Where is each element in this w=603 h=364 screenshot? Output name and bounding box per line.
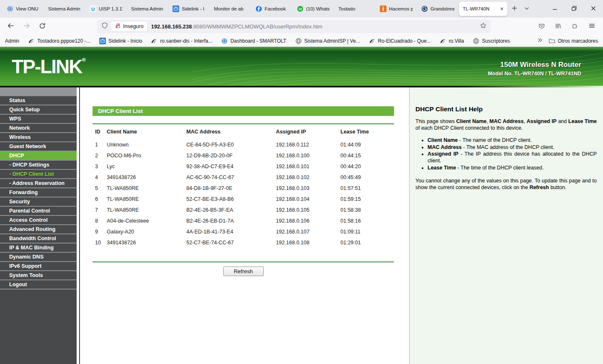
globe-gray-favicon-icon bbox=[295, 38, 302, 44]
tab-label: UISP 1.3.11 bbox=[99, 6, 123, 11]
sidebar-item-dynamic-dns[interactable]: Dynamic DNS bbox=[0, 252, 77, 261]
facebook-favicon-icon bbox=[255, 5, 262, 12]
back-button[interactable] bbox=[4, 20, 17, 33]
help-bullet-list: Client Name - The name of the DHCP clien… bbox=[415, 137, 597, 171]
browser-tab-sidelink-i[interactable]: Sidelink - I bbox=[169, 2, 209, 16]
sidebar-item-quick-setup[interactable]: Quick Setup bbox=[0, 105, 77, 114]
browser-tab-sistema-admin[interactable]: Sistema Admin bbox=[44, 2, 85, 16]
table-cell: B2-4E-26-B5-3F-EA bbox=[184, 205, 273, 215]
help-panel: DHCP Client List Help This page shows Cl… bbox=[410, 87, 603, 364]
product-name: 150M Wireless N Router bbox=[488, 61, 581, 69]
bookmark-ro-elcuadrado-que[interactable]: Ro-ElCuadrado - Que... bbox=[369, 38, 431, 44]
bookmark-label: ro.sanber-dis - Interfa... bbox=[160, 38, 212, 44]
folder-icon bbox=[549, 38, 555, 44]
sidebar-item-dhcp-settings[interactable]: - DHCP Settings bbox=[0, 160, 77, 169]
table-cell: 4 bbox=[93, 172, 104, 183]
new-tab-button[interactable] bbox=[508, 3, 521, 15]
bookmark-tostadoro-pppoe120[interactable]: Tostadoro.pppoe120 -... bbox=[28, 38, 90, 44]
puzzle-icon bbox=[572, 23, 578, 31]
globe-blue-favicon-icon bbox=[7, 5, 13, 12]
bookmark-sidelink-inicio[interactable]: Sidelink - Inicio bbox=[99, 38, 142, 44]
close-tab-icon[interactable]: ✕ bbox=[499, 6, 504, 12]
url-text: 192.168.165.238:8080/WMMWMZPCLMOWQLAB/us… bbox=[151, 23, 480, 30]
sidebar-item-address-reservation[interactable]: - Address Reservation bbox=[0, 178, 77, 187]
sidebar-item-bandwidth-control[interactable]: Bandwidth Control bbox=[0, 233, 77, 243]
table-cell: 9 bbox=[93, 226, 104, 237]
tab-label: TL-WR740N bbox=[463, 6, 497, 11]
table-cell: 192.168.0.107 bbox=[273, 226, 338, 237]
library-icon bbox=[555, 23, 562, 31]
restore-button[interactable] bbox=[564, 0, 584, 18]
reload-button[interactable] bbox=[36, 20, 49, 33]
bookmarks-overflow-icon[interactable] bbox=[537, 37, 543, 44]
bookmark-suscriptores[interactable]: Suscriptores bbox=[473, 38, 510, 44]
sidebar-top-band bbox=[0, 87, 77, 95]
table-cell: 192.168.0.105 bbox=[273, 205, 338, 215]
browser-tab-view-onu[interactable]: View ONU bbox=[3, 2, 44, 16]
library-button[interactable] bbox=[552, 20, 564, 33]
other-bookmarks-button[interactable]: Otros marcadores bbox=[549, 38, 598, 44]
table-cell: AC-6C-90-74-CC-67 bbox=[184, 172, 273, 183]
sidebar-item-dhcp[interactable]: DHCP bbox=[0, 151, 77, 160]
sidebar-item-wps[interactable]: WPS bbox=[0, 114, 77, 123]
wave-favicon-icon bbox=[369, 38, 376, 44]
table-cell: 192.168.0.101 bbox=[273, 161, 338, 172]
bookmark-label: Suscriptores bbox=[482, 38, 510, 44]
sidebar-item-status[interactable]: Status bbox=[0, 95, 77, 105]
bookmark-ro-sanber-dis-interfa[interactable]: ro.sanber-dis - Interfa... bbox=[151, 38, 212, 44]
globe-blue-favicon-icon bbox=[221, 38, 228, 44]
sidebar-item-security[interactable]: Security bbox=[0, 197, 77, 206]
minimize-button[interactable] bbox=[545, 0, 564, 18]
browser-tab-tostado[interactable]: Tostado bbox=[335, 2, 375, 16]
browser-tab-uisp-1-3-11[interactable]: UUISP 1.3.11 bbox=[86, 2, 126, 16]
close-window-button[interactable] bbox=[584, 0, 603, 18]
table-cell: 1 bbox=[93, 139, 104, 150]
forward-button[interactable] bbox=[20, 20, 33, 33]
app-menu-button[interactable] bbox=[585, 20, 598, 33]
list-tabs-button[interactable] bbox=[521, 3, 533, 15]
forward-arrow-icon bbox=[23, 22, 30, 31]
bookmark-sistema-adminisp-ve[interactable]: Sistema AdminISP | Ve... bbox=[295, 38, 360, 44]
sidebar-item-guest-network[interactable]: Guest Network bbox=[0, 141, 77, 151]
browser-tab-tl-wr740n[interactable]: TL-WR740N✕ bbox=[459, 2, 508, 16]
tab-label: Grandstrea bbox=[430, 6, 454, 11]
bookmark-star-icon[interactable] bbox=[480, 22, 487, 31]
sidebar-item-ip-mac-binding[interactable]: IP & MAC Binding bbox=[0, 243, 77, 252]
browser-tab-grandstrea[interactable]: Grandstrea bbox=[417, 2, 458, 16]
bookmark-label: Sidelink - Inicio bbox=[108, 38, 142, 44]
whatsapp-favicon-icon: 10 bbox=[297, 5, 304, 12]
sidebar-item-ipv6-support[interactable]: IPv6 Support bbox=[0, 261, 77, 270]
sidebar-item-wireless[interactable]: Wireless bbox=[0, 132, 77, 141]
browser-tab-facebook[interactable]: Facebook bbox=[252, 2, 292, 16]
table-row: 6TL-WA850RE52-C7-BE-E3-A8-B6192.168.0.10… bbox=[93, 194, 394, 205]
bookmark-dashboard-smartolt[interactable]: Dashboard - SMARTOLT bbox=[221, 38, 286, 44]
sidebar-item-parental-control[interactable]: Parental Control bbox=[0, 206, 77, 215]
sidebar-item-logout[interactable]: Logout bbox=[0, 279, 77, 289]
pocket-button[interactable] bbox=[535, 20, 548, 33]
tab-label: Sistema Admin bbox=[131, 6, 164, 11]
bookmark-ro-villa[interactable]: ro.Villa bbox=[440, 38, 464, 44]
browser-tab-monitor-de-ab[interactable]: Monitor de ab bbox=[210, 2, 251, 16]
extensions-button[interactable] bbox=[569, 20, 581, 33]
tab-strip: View ONUSistema AdminUUISP 1.3.11Sistema… bbox=[3, 0, 508, 18]
security-chip[interactable]: Inseguro bbox=[111, 21, 147, 31]
sidebar-item-advanced-routing[interactable]: Advanced Routing bbox=[0, 224, 77, 233]
tab-label: (10) Whats bbox=[306, 6, 330, 11]
table-cell: 3491438726 bbox=[104, 237, 184, 248]
sidebar-item-system-tools[interactable]: System Tools bbox=[0, 270, 77, 279]
shield-icon[interactable] bbox=[101, 22, 108, 31]
browser-tab-hacemos-p[interactable]: Hacemos p bbox=[376, 2, 417, 16]
refresh-button[interactable]: Refresh bbox=[223, 267, 264, 276]
browser-tab-10-whats[interactable]: 10(10) Whats bbox=[293, 2, 334, 16]
sidebar-item-dhcp-client-list[interactable]: - DHCP Client List bbox=[0, 169, 77, 178]
table-cell: TL-WA850RE bbox=[104, 183, 184, 194]
sidebar-item-forwarding[interactable]: Forwarding bbox=[0, 187, 77, 197]
hamburger-icon bbox=[588, 22, 595, 31]
sidebar-item-network[interactable]: Network bbox=[0, 123, 77, 132]
address-bar[interactable]: Inseguro 192.168.165.238:8080/WMMWMZPCLM… bbox=[97, 20, 491, 33]
sidebar-item-access-control[interactable]: Access Control bbox=[0, 215, 77, 224]
column-header-id: ID bbox=[93, 124, 104, 139]
bookmark-admin[interactable]: Admin bbox=[5, 38, 19, 44]
browser-tab-sistema-admin[interactable]: Sistema Admin bbox=[127, 2, 168, 16]
help-title: DHCP Client List Help bbox=[415, 105, 597, 113]
